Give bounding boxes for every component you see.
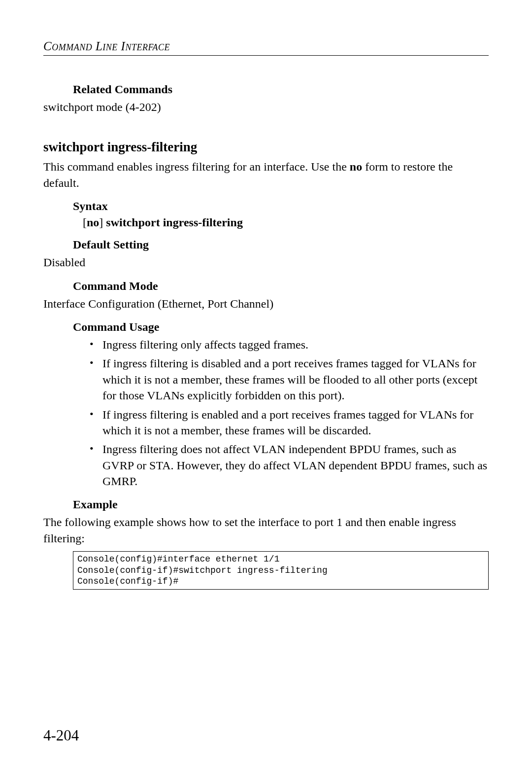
example-code-block: Console(config)#interface ethernet 1/1 C… (73, 551, 489, 590)
syntax-heading: Syntax (73, 200, 489, 213)
header-rule (43, 55, 489, 56)
syntax-line: [no] switchport ingress-filtering (83, 216, 489, 229)
list-item: Ingress filtering does not affect VLAN i… (89, 441, 489, 489)
section-intro: This command enables ingress filtering f… (43, 159, 489, 191)
intro-pre: This command enables ingress filtering f… (43, 160, 350, 173)
list-item: Ingress filtering only affects tagged fr… (89, 337, 489, 352)
default-setting-value: Disabled (43, 254, 489, 270)
running-header: Command Line Interface (43, 39, 489, 53)
command-mode-value: Interface Configuration (Ethernet, Port … (43, 296, 489, 312)
syntax-no: no (87, 216, 99, 229)
related-commands-heading: Related Commands (73, 83, 489, 96)
default-setting-heading: Default Setting (73, 238, 489, 251)
command-usage-heading: Command Usage (73, 320, 489, 334)
related-commands-item: switchport mode (4-202) (43, 99, 489, 115)
syntax-cmd: switchport ingress-filtering (106, 216, 243, 229)
example-heading: Example (73, 498, 489, 511)
command-mode-heading: Command Mode (73, 280, 489, 293)
list-item: If ingress filtering is enabled and a po… (89, 407, 489, 439)
document-page: Command Line Interface Related Commands … (0, 0, 532, 774)
list-item: If ingress filtering is disabled and a p… (89, 355, 489, 403)
example-intro: The following example shows how to set t… (43, 514, 489, 546)
intro-bold: no (350, 160, 362, 173)
page-number: 4-204 (43, 727, 79, 744)
section-title: switchport ingress-filtering (43, 140, 489, 155)
command-usage-list: Ingress filtering only affects tagged fr… (89, 337, 489, 490)
